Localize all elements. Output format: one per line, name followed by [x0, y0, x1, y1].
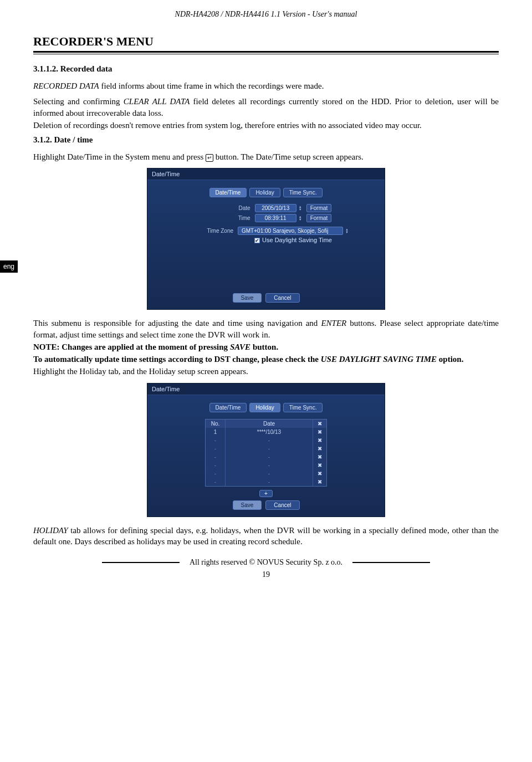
text: tab allows for defining special days, e.…	[33, 526, 499, 546]
cell-date[interactable]: -	[226, 444, 313, 453]
para-dst: To automatically update time settings ac…	[33, 354, 499, 365]
doc-header: NDR-HA4208 / NDR-HA4416 1.1 Version - Us…	[33, 10, 499, 19]
para-note: NOTE: Changes are applied at the moment …	[33, 341, 499, 352]
para-holiday-desc: HOLIDAY tab allows for defining special …	[33, 525, 499, 548]
heading-3112: 3.1.1.2. Recorded data	[33, 64, 499, 74]
footer-rule: All rights reserved © NOVUS Security Sp.…	[33, 558, 499, 567]
dst-label: Use Daylight Saving Time	[262, 237, 332, 243]
table-row[interactable]: - - ✖	[206, 469, 326, 478]
para-deletion-note: Deletion of recordings doesn't remove en…	[33, 120, 499, 131]
table-row[interactable]: - - ✖	[206, 436, 326, 444]
delete-icon[interactable]: ✖	[313, 428, 326, 436]
para-recorded-data: RECORDED DATA field informs about time f…	[33, 80, 499, 91]
text: field informs about time frame in which …	[99, 81, 324, 90]
delete-icon[interactable]: ✖	[313, 461, 326, 469]
cell-no: -	[206, 444, 226, 453]
col-no: No.	[206, 420, 226, 428]
recorded-data-term: RECORDED DATA	[33, 81, 99, 90]
cell-date[interactable]: -	[226, 436, 313, 444]
window-title: Date/Time	[147, 383, 385, 395]
spinner-icon[interactable]: ▲▼	[299, 216, 302, 221]
tab-holiday[interactable]: Holiday	[249, 403, 280, 412]
text: Highlight Date/Time in the System menu a…	[33, 152, 206, 161]
text: button. The Date/Time setup screen appea…	[213, 152, 364, 161]
cancel-button[interactable]: Cancel	[265, 500, 299, 510]
delete-icon[interactable]: ✖	[313, 444, 326, 453]
tab-datetime[interactable]: Date/Time	[209, 188, 247, 197]
text: NOTE: Changes are applied at the moment …	[33, 342, 230, 351]
save-button[interactable]: Save	[233, 500, 262, 510]
format-button[interactable]: Format	[306, 204, 332, 212]
save-button[interactable]: Save	[233, 293, 262, 303]
holiday-term: HOLIDAY	[33, 526, 68, 535]
language-tab: eng	[0, 260, 18, 273]
enter-term: ENTER	[321, 319, 346, 328]
footer-text: All rights reserved © NOVUS Security Sp.…	[190, 558, 342, 567]
spinner-icon[interactable]: ▲▼	[345, 228, 349, 234]
clear-all-data-term: CLEAR ALL DATA	[124, 97, 190, 106]
para-highlight-datetime: Highlight Date/Time in the System menu a…	[33, 151, 499, 162]
table-row[interactable]: - - ✖	[206, 453, 326, 461]
cell-no: -	[206, 469, 226, 478]
add-button[interactable]: +	[259, 490, 273, 497]
cell-date[interactable]: -	[226, 469, 313, 478]
cell-no: -	[206, 453, 226, 461]
para-clear-all: Selecting and confirming CLEAR ALL DATA …	[33, 96, 499, 119]
heading-312: 3.1.2. Date / time	[33, 135, 499, 145]
cell-date[interactable]: ****/10/13	[226, 428, 313, 436]
text: To automatically update time settings ac…	[33, 355, 321, 364]
page-number: 19	[33, 570, 499, 579]
delete-icon[interactable]: ✖	[313, 469, 326, 478]
date-label: Date	[201, 205, 250, 211]
tab-timesync[interactable]: Time Sync.	[283, 188, 323, 197]
tab-timesync[interactable]: Time Sync.	[283, 403, 323, 412]
holiday-table: No. Date ✖ 1 ****/10/13 ✖ - - ✖ - -	[205, 419, 327, 487]
holiday-screenshot: Date/Time Date/Time Holiday Time Sync. N…	[147, 383, 385, 517]
cell-no: 1	[206, 428, 226, 436]
text: button.	[250, 342, 278, 351]
window-title: Date/Time	[147, 168, 385, 180]
cell-no: -	[206, 436, 226, 444]
use-dst-term: USE DAYLIGHT SAVING TIME	[321, 355, 437, 364]
title-rule	[33, 51, 499, 54]
cell-date[interactable]: -	[226, 453, 313, 461]
tab-datetime[interactable]: Date/Time	[209, 403, 247, 412]
save-term: SAVE	[230, 342, 250, 351]
datetime-screenshot: Date/Time Date/Time Holiday Time Sync. D…	[147, 168, 385, 310]
text: option.	[437, 355, 463, 364]
col-date: Date	[226, 420, 313, 428]
table-row[interactable]: - - ✖	[206, 478, 326, 486]
delete-icon[interactable]: ✖	[313, 436, 326, 444]
cell-date[interactable]: -	[226, 461, 313, 469]
text: This submenu is responsible for adjustin…	[33, 319, 321, 328]
spinner-icon[interactable]: ▲▼	[299, 206, 302, 211]
timezone-label: Time Zone	[183, 228, 233, 234]
timezone-field[interactable]: GMT+01:00 Sarajevo, Skopje, Sofij	[238, 227, 343, 235]
dst-checkbox[interactable]: ✔Use Daylight Saving Time	[254, 237, 332, 243]
cancel-button[interactable]: Cancel	[265, 293, 299, 303]
delete-icon[interactable]: ✖	[313, 453, 326, 461]
format-button[interactable]: Format	[306, 214, 332, 222]
col-delete: ✖	[313, 420, 326, 428]
cell-date[interactable]: -	[226, 478, 313, 486]
cell-no: -	[206, 478, 226, 486]
table-row[interactable]: - - ✖	[206, 461, 326, 469]
table-row[interactable]: 1 ****/10/13 ✖	[206, 428, 326, 436]
table-row[interactable]: - - ✖	[206, 444, 326, 453]
cell-no: -	[206, 461, 226, 469]
date-field[interactable]: 2005/10/13	[255, 204, 296, 212]
para-submenu: This submenu is responsible for adjustin…	[33, 318, 499, 340]
time-field[interactable]: 08:39:11	[255, 214, 296, 222]
enter-icon: ↵	[206, 154, 213, 162]
table-header: No. Date ✖	[206, 420, 326, 428]
tab-holiday[interactable]: Holiday	[249, 188, 280, 197]
time-label: Time	[201, 215, 250, 221]
text: Selecting and confirming	[33, 97, 124, 106]
section-title: RECORDER'S MENU	[33, 34, 499, 49]
delete-icon[interactable]: ✖	[313, 478, 326, 486]
para-holiday-intro: Highlight the Holiday tab, and the Holid…	[33, 366, 499, 377]
